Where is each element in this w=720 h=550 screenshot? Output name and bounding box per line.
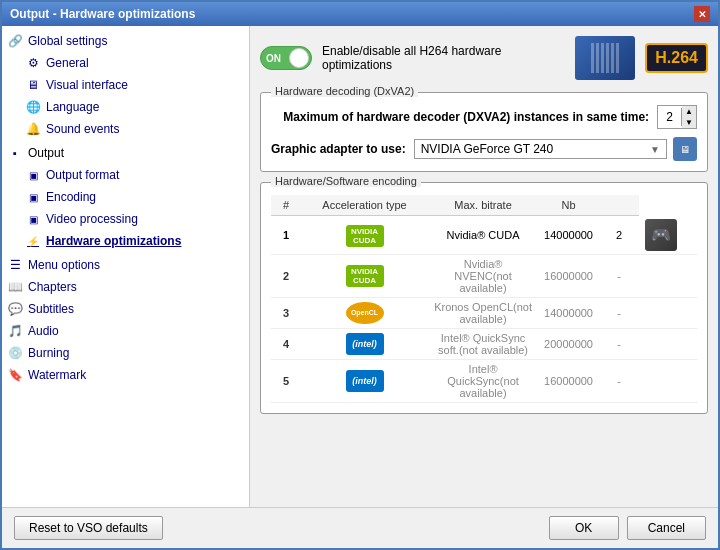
accel-icon-cell: NVIDIACUDA <box>301 254 428 297</box>
toggle-knob <box>289 48 309 68</box>
output-icon: ▪ <box>6 144 24 162</box>
sidebar-item-general[interactable]: ⚙ General <box>2 52 249 74</box>
sidebar-item-sound-events[interactable]: 🔔 Sound events <box>2 118 249 140</box>
hw-sw-encoding-group: Hardware/Software encoding # Acceleratio… <box>260 182 708 414</box>
adapter-settings-icon[interactable]: 🖥 <box>673 137 697 161</box>
accel-icon-cell: OpenCL <box>301 297 428 328</box>
accel-extra <box>639 254 697 297</box>
language-icon: 🌐 <box>24 98 42 116</box>
right-panel: ON Enable/disable all H264 hardware opti… <box>250 26 718 507</box>
close-button[interactable]: ✕ <box>694 6 710 22</box>
hardware-decoding-group: Hardware decoding (DxVA2) Maximum of har… <box>260 92 708 172</box>
accel-nb: - <box>599 297 639 328</box>
gpu-visual: H.264 <box>575 36 708 80</box>
max-instances-spinner[interactable]: 2 ▲ ▼ <box>657 105 697 129</box>
window-title: Output - Hardware optimizations <box>10 7 195 21</box>
gpu-image <box>575 36 635 80</box>
menu-options-icon: ☰ <box>6 256 24 274</box>
hardware-decoding-title: Hardware decoding (DxVA2) <box>271 85 418 97</box>
sidebar-item-burning[interactable]: 💿 Burning <box>2 342 249 364</box>
title-bar: Output - Hardware optimizations ✕ <box>2 2 718 26</box>
spinner-up[interactable]: ▲ <box>682 106 696 117</box>
encoding-table: # Acceleration type Max. bitrate Nb 1NVI… <box>271 195 697 403</box>
accel-extra: 🎮 <box>639 216 697 255</box>
select-dropdown-icon: ▼ <box>650 144 660 155</box>
accel-extra <box>639 297 697 328</box>
accel-name: Kronos OpenCL(not available) <box>428 297 538 328</box>
col-icon <box>599 195 639 216</box>
sidebar-item-watermark[interactable]: 🔖 Watermark <box>2 364 249 386</box>
watermark-icon: 🔖 <box>6 366 24 384</box>
h264-badge: H.264 <box>645 43 708 73</box>
sidebar-item-output[interactable]: ▪ Output <box>2 142 249 164</box>
accel-nb: 2 <box>599 216 639 255</box>
subtitles-icon: 💬 <box>6 300 24 318</box>
accel-nb: - <box>599 254 639 297</box>
spinner-down[interactable]: ▼ <box>682 117 696 128</box>
toggle-description: Enable/disable all H264 hardware optimiz… <box>322 44 567 72</box>
bottom-right-buttons: OK Cancel <box>549 516 706 540</box>
hw-toggle[interactable]: ON <box>260 46 312 70</box>
spinner-buttons: ▲ ▼ <box>682 106 696 128</box>
sidebar: 🔗 Global settings ⚙ General 🖥 Visual int… <box>2 26 250 507</box>
accel-name: Intel® QuickSync soft.(not available) <box>428 328 538 359</box>
accel-nb: - <box>599 359 639 402</box>
accel-bitrate: 16000000 <box>538 254 599 297</box>
accel-icon-cell: (intel) <box>301 359 428 402</box>
sidebar-item-chapters[interactable]: 📖 Chapters <box>2 276 249 298</box>
hardware-optimizations-icon: ⚡ <box>24 232 42 250</box>
col-nb: Nb <box>538 195 599 216</box>
general-icon: ⚙ <box>24 54 42 72</box>
spinner-value: 2 <box>658 108 682 126</box>
max-instances-label: Maximum of hardware decoder (DXVA2) inst… <box>271 110 657 124</box>
accel-extra <box>639 359 697 402</box>
sidebar-item-global-settings[interactable]: 🔗 Global settings <box>2 30 249 52</box>
table-row: 4 <box>271 328 301 359</box>
hw-sw-encoding-title: Hardware/Software encoding <box>271 175 421 187</box>
encoding-icon: ▣ <box>24 188 42 206</box>
accel-bitrate: 16000000 <box>538 359 599 402</box>
sidebar-item-language[interactable]: 🌐 Language <box>2 96 249 118</box>
accel-name: Nvidia® CUDA <box>428 216 538 255</box>
table-row: 5 <box>271 359 301 402</box>
sidebar-item-output-format[interactable]: ▣ Output format <box>2 164 249 186</box>
sidebar-item-menu-options[interactable]: ☰ Menu options <box>2 254 249 276</box>
toggle-row: ON Enable/disable all H264 hardware opti… <box>260 36 708 80</box>
accel-icon-cell: NVIDIACUDA <box>301 216 428 255</box>
accel-icon-cell: (intel) <box>301 328 428 359</box>
accel-name: Nvidia® NVENC(not available) <box>428 254 538 297</box>
sidebar-item-visual-interface[interactable]: 🖥 Visual interface <box>2 74 249 96</box>
sidebar-item-encoding[interactable]: ▣ Encoding <box>2 186 249 208</box>
sidebar-item-hardware-optimizations[interactable]: ⚡ Hardware optimizations <box>2 230 249 252</box>
burning-icon: 💿 <box>6 344 24 362</box>
accel-nb: - <box>599 328 639 359</box>
bottom-bar: Reset to VSO defaults OK Cancel <box>2 507 718 548</box>
accel-name: Intel® QuickSync(not available) <box>428 359 538 402</box>
table-row: 2 <box>271 254 301 297</box>
accel-bitrate: 14000000 <box>538 216 599 255</box>
sound-events-icon: 🔔 <box>24 120 42 138</box>
sidebar-item-audio[interactable]: 🎵 Audio <box>2 320 249 342</box>
chapters-icon: 📖 <box>6 278 24 296</box>
ok-button[interactable]: OK <box>549 516 619 540</box>
sidebar-item-subtitles[interactable]: 💬 Subtitles <box>2 298 249 320</box>
max-instances-row: Maximum of hardware decoder (DXVA2) inst… <box>271 105 697 129</box>
reset-button[interactable]: Reset to VSO defaults <box>14 516 163 540</box>
gpu-fins <box>591 43 619 73</box>
main-content: 🔗 Global settings ⚙ General 🖥 Visual int… <box>2 26 718 507</box>
accel-bitrate: 14000000 <box>538 297 599 328</box>
toggle-on-label: ON <box>266 53 281 64</box>
accel-extra <box>639 328 697 359</box>
col-accel: Acceleration type <box>301 195 428 216</box>
output-format-icon: ▣ <box>24 166 42 184</box>
graphic-adapter-select[interactable]: NVIDIA GeForce GT 240 ▼ <box>414 139 667 159</box>
video-processing-icon: ▣ <box>24 210 42 228</box>
visual-interface-icon: 🖥 <box>24 76 42 94</box>
col-bitrate: Max. bitrate <box>428 195 538 216</box>
main-window: Output - Hardware optimizations ✕ 🔗 Glob… <box>0 0 720 550</box>
cancel-button[interactable]: Cancel <box>627 516 706 540</box>
accel-bitrate: 20000000 <box>538 328 599 359</box>
hardware-decoding-content: Maximum of hardware decoder (DXVA2) inst… <box>271 101 697 161</box>
sidebar-item-video-processing[interactable]: ▣ Video processing <box>2 208 249 230</box>
audio-icon: 🎵 <box>6 322 24 340</box>
